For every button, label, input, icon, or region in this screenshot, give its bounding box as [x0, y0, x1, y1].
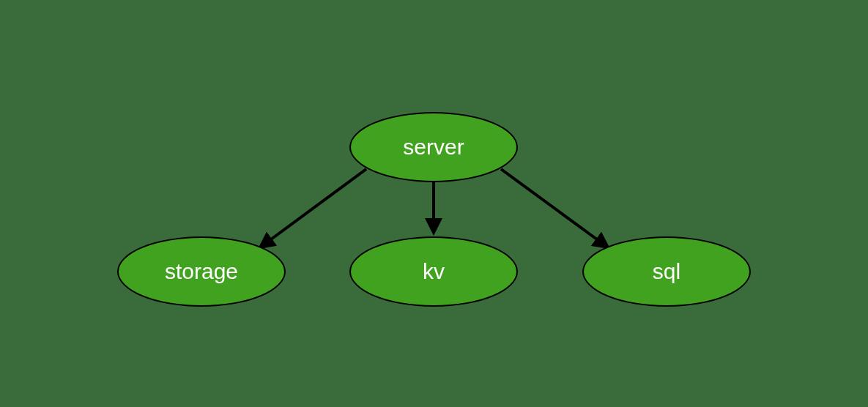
node-sql: sql [582, 236, 751, 307]
diagram-canvas: server storage kv sql [0, 0, 868, 407]
node-sql-label: sql [653, 259, 680, 284]
node-storage: storage [117, 236, 286, 307]
edge-server-storage [260, 169, 366, 247]
node-server: server [349, 112, 518, 182]
node-kv-label: kv [423, 259, 445, 284]
node-storage-label: storage [165, 259, 238, 284]
node-server-label: server [403, 135, 464, 160]
edges-layer [0, 0, 868, 407]
node-kv: kv [349, 236, 518, 307]
edge-server-sql [501, 169, 608, 247]
